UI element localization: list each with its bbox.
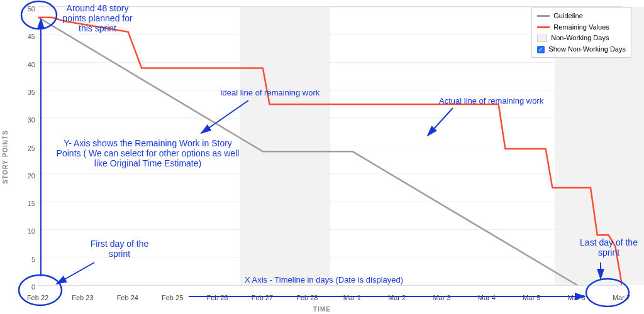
ellipse-first-day-icon (19, 275, 62, 305)
burndown-chart-figure: STORY POINTS TIME 05101520253035404550 F… (0, 0, 644, 314)
arrow-ideal-icon (201, 100, 248, 133)
ellipse-last-day-icon (586, 279, 629, 306)
arrow-first-day-icon (57, 263, 94, 284)
ellipse-start-icon (21, 1, 57, 29)
arrow-actual-icon (428, 108, 453, 136)
annotation-overlay (0, 0, 644, 314)
